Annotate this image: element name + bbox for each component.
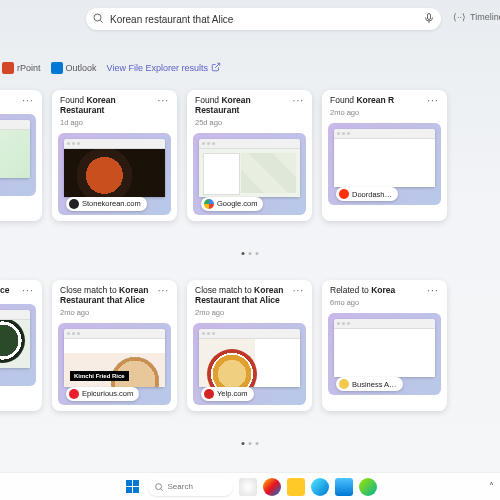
- result-card[interactable]: ce···: [0, 280, 42, 411]
- taskbar-app-2[interactable]: [263, 478, 281, 496]
- card-more-icon[interactable]: ···: [293, 286, 304, 296]
- filter-row: rPoint Outlook View File Explorer result…: [0, 62, 221, 74]
- source-label: Stonekorean.com: [82, 199, 141, 208]
- card-thumbnail: Business A…: [328, 313, 441, 395]
- card-more-icon[interactable]: ···: [158, 286, 169, 296]
- card-thumbnail: [0, 304, 36, 386]
- card-title: Found Korean Restaurant: [195, 96, 293, 116]
- card-title: Found Korean Restaurant: [60, 96, 158, 116]
- card-thumbnail: [0, 114, 36, 196]
- card-age: [0, 108, 42, 112]
- source-label: Epicurious.com: [82, 389, 133, 398]
- pagination-dots-row-1[interactable]: [242, 252, 259, 255]
- card-thumbnail: Google.com: [193, 133, 306, 215]
- result-card[interactable]: ···: [0, 90, 42, 221]
- filter-label: Outlook: [66, 63, 97, 73]
- powerpoint-icon: [2, 62, 14, 74]
- result-card[interactable]: Found Korean R···2mo agoDoordash…: [322, 90, 447, 221]
- card-title: Close match to Korean Restaurant that Al…: [195, 286, 293, 306]
- card-more-icon[interactable]: ···: [22, 286, 34, 296]
- card-more-icon[interactable]: ···: [427, 96, 439, 106]
- timeline-icon: ⟨··⟩: [453, 12, 466, 22]
- svg-rect-2: [428, 14, 431, 20]
- card-age: 2mo ago: [187, 308, 312, 321]
- source-favicon: [204, 199, 214, 209]
- source-label: Google.com: [217, 199, 257, 208]
- taskbar-search[interactable]: Search: [148, 478, 233, 496]
- filter-outlook[interactable]: Outlook: [51, 62, 97, 74]
- svg-line-6: [160, 488, 162, 490]
- filter-powerpoint[interactable]: rPoint: [2, 62, 41, 74]
- taskbar: Search ˄: [0, 472, 500, 500]
- card-thumbnail: Doordash…: [328, 123, 441, 205]
- source-chip[interactable]: Epicurious.com: [66, 387, 139, 401]
- pagination-dots-row-2[interactable]: [242, 442, 259, 445]
- card-age: 25d ago: [187, 118, 312, 131]
- chevron-up-icon[interactable]: ˄: [489, 481, 494, 492]
- thumb-overlay-text: Kimchi Fried Rice: [70, 371, 129, 381]
- result-card[interactable]: Found Korean Restaurant···1d agoStonekor…: [52, 90, 177, 221]
- source-chip[interactable]: Business A…: [336, 377, 403, 391]
- start-button[interactable]: [124, 478, 142, 496]
- source-favicon: [339, 189, 349, 199]
- timeline-label: Timeline: [470, 12, 500, 22]
- source-favicon: [69, 199, 79, 209]
- system-tray[interactable]: ˄: [489, 481, 494, 492]
- result-card[interactable]: Found Korean Restaurant···25d agoGoogle.…: [187, 90, 312, 221]
- taskbar-app-1[interactable]: [239, 478, 257, 496]
- result-card[interactable]: Close match to Korean Restaurant that Al…: [187, 280, 312, 411]
- taskbar-search-label: Search: [168, 482, 193, 491]
- source-favicon: [339, 379, 349, 389]
- windows-icon: [126, 480, 139, 493]
- source-label: Business A…: [352, 380, 397, 389]
- card-thumbnail: Stonekorean.com: [58, 133, 171, 215]
- timeline-button[interactable]: ⟨··⟩ Timeline: [453, 12, 500, 22]
- taskbar-app-6[interactable]: [359, 478, 377, 496]
- source-favicon: [69, 389, 79, 399]
- link-label: View File Explorer results: [107, 63, 208, 73]
- card-title: ce: [0, 286, 9, 296]
- result-card[interactable]: Related to Korea···6mo agoBusiness A…: [322, 280, 447, 411]
- source-chip[interactable]: Stonekorean.com: [66, 197, 147, 211]
- source-chip[interactable]: Yelp.com: [201, 387, 254, 401]
- source-chip[interactable]: Doordash…: [336, 187, 398, 201]
- filter-label: rPoint: [17, 63, 41, 73]
- card-age: [0, 298, 42, 302]
- svg-line-4: [215, 63, 220, 68]
- card-thumbnail: Kimchi Fried RiceEpicurious.com: [58, 323, 171, 405]
- card-more-icon[interactable]: ···: [22, 96, 34, 106]
- taskbar-app-4[interactable]: [311, 478, 329, 496]
- taskbar-app-5[interactable]: [335, 478, 353, 496]
- card-title: Close match to Korean Restaurant that Al…: [60, 286, 158, 306]
- search-icon: [92, 12, 104, 26]
- results-row-1: ···Found Korean Restaurant···1d agoStone…: [0, 90, 447, 221]
- card-more-icon[interactable]: ···: [293, 96, 304, 106]
- card-more-icon[interactable]: ···: [158, 96, 169, 106]
- card-age: 2mo ago: [52, 308, 177, 321]
- card-title: Related to Korea: [330, 286, 395, 296]
- card-more-icon[interactable]: ···: [427, 286, 439, 296]
- card-title: Found Korean R: [330, 96, 394, 106]
- taskbar-app-3[interactable]: [287, 478, 305, 496]
- source-favicon: [204, 389, 214, 399]
- svg-point-0: [94, 14, 101, 21]
- source-label: Doordash…: [352, 190, 392, 199]
- source-label: Yelp.com: [217, 389, 248, 398]
- results-row-2: ce···Close match to Korean Restaurant th…: [0, 280, 447, 411]
- file-explorer-link[interactable]: View File Explorer results: [107, 62, 221, 74]
- card-age: 2mo ago: [322, 108, 447, 121]
- svg-line-1: [100, 20, 102, 22]
- outlook-icon: [51, 62, 63, 74]
- card-thumbnail: Yelp.com: [193, 323, 306, 405]
- search-bar[interactable]: [86, 8, 441, 30]
- microphone-icon[interactable]: [423, 12, 435, 26]
- search-input[interactable]: [104, 14, 423, 25]
- search-icon: [154, 482, 164, 492]
- card-age: 1d ago: [52, 118, 177, 131]
- result-card[interactable]: Close match to Korean Restaurant that Al…: [52, 280, 177, 411]
- svg-point-5: [155, 483, 161, 489]
- external-link-icon: [211, 62, 221, 74]
- card-age: 6mo ago: [322, 298, 447, 311]
- source-chip[interactable]: Google.com: [201, 197, 263, 211]
